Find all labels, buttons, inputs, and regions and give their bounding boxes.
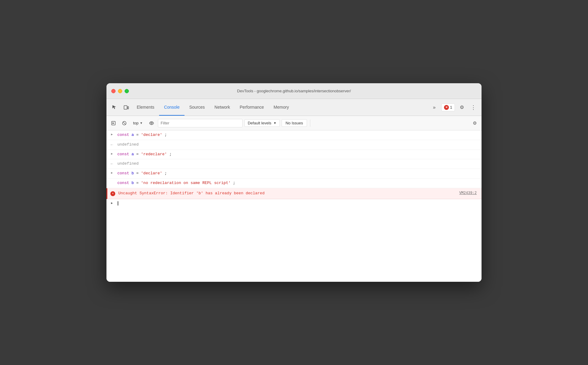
console-input-area[interactable] bbox=[117, 200, 479, 208]
string-value: 'no redeclaration on same REPL script' bbox=[141, 181, 230, 185]
error-console-line: ✕ Uncaught SyntaxError: Identifier 'b' h… bbox=[106, 188, 482, 199]
identifier: b bbox=[132, 181, 134, 185]
run-script-button[interactable] bbox=[109, 119, 118, 128]
line-prefix: ▶ bbox=[106, 150, 117, 156]
console-line: ← undefined bbox=[106, 159, 482, 169]
more-tabs-button[interactable]: » bbox=[430, 103, 439, 112]
line-content: const b = 'declare' ; bbox=[117, 169, 479, 178]
line-prefix: ▶ bbox=[106, 131, 117, 137]
console-line: ▶ const b = 'declare' ; bbox=[106, 169, 482, 179]
error-message: Uncaught SyntaxError: Identifier 'b' has… bbox=[118, 189, 459, 198]
console-input-line[interactable]: ▶ bbox=[106, 199, 482, 209]
console-toolbar: top ▼ Default levels ▼ No Issues ⚙ bbox=[106, 116, 482, 130]
line-prefix: ← bbox=[106, 160, 117, 167]
no-issues-button[interactable]: No Issues bbox=[282, 119, 307, 127]
devtools-window: DevTools - googlechrome.github.io/sample… bbox=[106, 83, 482, 282]
input-prompt: ▶ bbox=[106, 200, 117, 206]
tab-elements[interactable]: Elements bbox=[132, 99, 159, 116]
identifier: b bbox=[132, 171, 134, 176]
error-badge-icon: ✕ bbox=[444, 105, 449, 110]
line-prefix bbox=[106, 179, 117, 180]
line-content: undefined bbox=[117, 141, 479, 149]
identifier: a bbox=[132, 152, 134, 156]
title-bar: DevTools - googlechrome.github.io/sample… bbox=[106, 83, 482, 99]
line-prefix: ▶ bbox=[106, 169, 117, 176]
line-content: const a = 'declare' ; bbox=[117, 131, 479, 139]
devtools-tab-bar: Elements Console Sources Network Perform… bbox=[106, 99, 482, 116]
identifier: a bbox=[132, 133, 134, 137]
svg-line-4 bbox=[123, 122, 126, 124]
string-value: 'redeclare' bbox=[141, 152, 167, 156]
console-line: ▶ const a = 'redeclare' ; bbox=[106, 150, 482, 159]
svg-rect-1 bbox=[128, 107, 129, 109]
clear-console-button[interactable] bbox=[120, 119, 129, 128]
error-badge[interactable]: ✕ 1 bbox=[441, 104, 455, 111]
inspect-element-icon[interactable] bbox=[109, 99, 120, 116]
expand-arrow[interactable]: ▶ bbox=[111, 171, 113, 176]
keyword: const bbox=[117, 171, 129, 176]
eye-button[interactable] bbox=[147, 119, 156, 128]
console-line: const b = 'no redeclaration on same REPL… bbox=[106, 179, 482, 188]
context-selector[interactable]: top ▼ bbox=[131, 120, 145, 127]
console-settings-button[interactable]: ⚙ bbox=[470, 119, 479, 128]
console-output: ▶ const a = 'declare' ; ← undefined ▶ bbox=[106, 130, 482, 282]
string-value: 'declare' bbox=[141, 133, 162, 137]
console-line: ← undefined bbox=[106, 140, 482, 150]
line-content: const b = 'no redeclaration on same REPL… bbox=[117, 179, 479, 187]
filter-input[interactable] bbox=[158, 119, 243, 127]
return-arrow: ← bbox=[111, 161, 113, 167]
tabs-right-actions: » ✕ 1 ⚙ ⋮ bbox=[430, 99, 479, 116]
more-options-button[interactable]: ⋮ bbox=[469, 103, 478, 112]
return-arrow: ← bbox=[111, 142, 113, 148]
window-title: DevTools - googlechrome.github.io/sample… bbox=[237, 89, 351, 93]
expand-arrow[interactable]: ▶ bbox=[111, 132, 113, 137]
tab-network[interactable]: Network bbox=[210, 99, 235, 116]
tab-performance[interactable]: Performance bbox=[235, 99, 269, 116]
keyword: const bbox=[117, 181, 129, 185]
toolbar-separator bbox=[310, 120, 310, 127]
line-content: const a = 'redeclare' ; bbox=[117, 150, 479, 159]
close-button[interactable] bbox=[111, 89, 116, 93]
svg-rect-0 bbox=[124, 106, 127, 109]
svg-point-5 bbox=[151, 122, 152, 124]
tab-list: Elements Console Sources Network Perform… bbox=[132, 99, 430, 116]
expand-arrow[interactable]: ▶ bbox=[111, 152, 113, 156]
keyword: const bbox=[117, 133, 129, 137]
error-line-prefix: ✕ bbox=[107, 189, 118, 196]
console-line: ▶ const a = 'declare' ; bbox=[106, 130, 482, 140]
error-icon: ✕ bbox=[110, 191, 115, 196]
settings-button[interactable]: ⚙ bbox=[457, 103, 466, 112]
line-prefix: ← bbox=[106, 141, 117, 148]
line-content: undefined bbox=[117, 160, 479, 168]
console-settings-icon[interactable]: ⚙ bbox=[470, 119, 479, 128]
text-cursor bbox=[118, 201, 118, 206]
tab-console[interactable]: Console bbox=[159, 99, 184, 116]
tab-sources[interactable]: Sources bbox=[185, 99, 210, 116]
string-value: 'declare' bbox=[141, 171, 162, 176]
tab-memory[interactable]: Memory bbox=[269, 99, 294, 116]
keyword: const bbox=[117, 152, 129, 156]
maximize-button[interactable] bbox=[125, 89, 129, 93]
traffic-lights bbox=[111, 89, 129, 93]
device-toolbar-icon[interactable] bbox=[120, 99, 132, 116]
error-source-link[interactable]: VM2439:2 bbox=[459, 189, 479, 196]
minimize-button[interactable] bbox=[118, 89, 122, 93]
log-levels-button[interactable]: Default levels ▼ bbox=[244, 119, 280, 127]
